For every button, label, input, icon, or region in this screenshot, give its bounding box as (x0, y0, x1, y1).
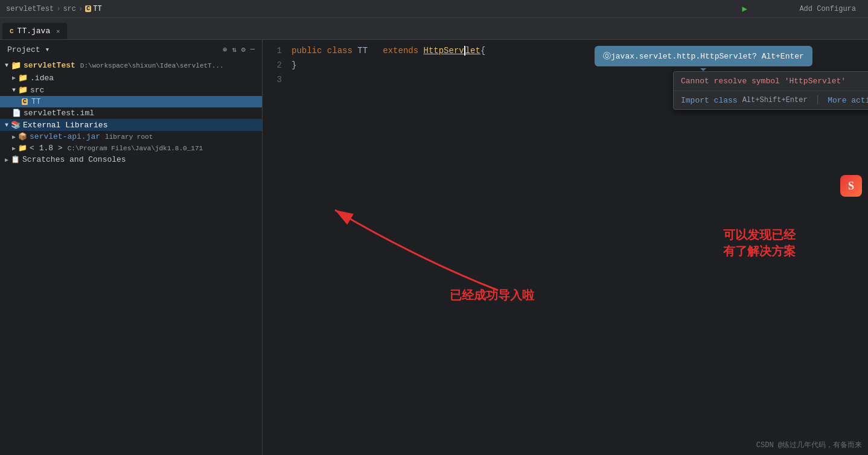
iml-icon: 📄 (12, 109, 21, 118)
tab-label: TT.java (18, 27, 51, 36)
import-class-shortcut: Alt+Shift+Enter (742, 96, 808, 104)
breadcrumb: servletTest › src › C TT (6, 5, 102, 13)
annotation-right-line2: 有了解决方案 (723, 243, 796, 259)
project-path: D:\workspace\shixun\Idea\servletT... (80, 62, 224, 69)
expand-arrow-jdk: ▶ (12, 145, 16, 152)
jar-secondary: library root (105, 133, 153, 141)
suggestion-error: Cannot resolve symbol 'HttpServlet' (674, 72, 868, 91)
crumb-file[interactable]: C TT (85, 5, 101, 13)
annotation-right-line1: 可以发现已经 (723, 227, 796, 243)
src-folder-icon: 📁 (18, 85, 28, 95)
folder-icon: 📁 (11, 60, 21, 71)
main-layout: Project ▾ ⊕ ⇅ ⚙ — ▼ 📁 servletTest D:\wor… (0, 40, 868, 455)
sidebar-item-external-libraries[interactable]: ▼ 📚 External Libraries (0, 119, 262, 131)
tooltip-text: ⓪javax.servlet.http.HttpServlet? Alt+Ent… (603, 52, 804, 61)
annotation-left-line1: 已经成功导入啦 (450, 288, 534, 302)
jdk-path: C:\Program Files\Java\jdk1.8.0_171 (68, 145, 203, 152)
suggestion-actions: Import class Alt+Shift+Enter | More acti… (674, 91, 868, 109)
separator-1: › (56, 5, 60, 13)
more-actions-link[interactable]: More actions... (828, 96, 868, 105)
iml-label: servletTest.iml (24, 109, 94, 118)
line-num-3: 3 (263, 72, 282, 87)
editor-area[interactable]: ⓪javax.servlet.http.HttpServlet? Alt+Ent… (263, 40, 868, 455)
watermark: CSDN @练过几年代码，有备而来 (756, 440, 862, 450)
class-name-tt: TT (357, 43, 368, 58)
sougou-icon: S (840, 175, 862, 197)
httpservlet-name: HttpServ (424, 43, 464, 58)
keyword-extends: extends (383, 43, 418, 58)
error-text: Cannot resolve symbol 'HttpServlet' (681, 77, 846, 86)
java-crumb-icon: C (85, 5, 91, 12)
sidebar-header: Project ▾ ⊕ ⇅ ⚙ — (0, 40, 262, 59)
src-label: src (30, 86, 44, 95)
sougou-letter: S (848, 180, 854, 192)
jar-icon: 📦 (18, 132, 27, 141)
action-separator: | (815, 95, 821, 106)
line-num-2: 2 (263, 58, 282, 72)
expand-arrow-idea: ▶ (12, 74, 16, 81)
sidebar-item-servlet-jar[interactable]: ▶ 📦 servlet-api.jar library root (0, 131, 262, 142)
tt-label: TT (31, 97, 41, 106)
expand-arrow: ▼ (5, 62, 8, 69)
expand-arrow-scratch: ▶ (5, 156, 8, 164)
add-config-label[interactable]: Add Configura (799, 5, 856, 13)
import-class-link[interactable]: Import class (681, 96, 738, 105)
ext-lib-icon: 📚 (11, 120, 21, 130)
top-bar: servletTest › src › C TT ▶ Add Configura (0, 0, 868, 18)
tab-bar: C TT.java ✕ (0, 18, 868, 40)
project-name: servletTest (24, 61, 75, 70)
expand-arrow-ext: ▼ (5, 122, 8, 129)
annotation-right-text: 可以发现已经 有了解决方案 (723, 227, 796, 259)
jar-label: servlet-api.jar (30, 132, 100, 141)
close-brace: } (292, 58, 296, 72)
open-brace: { (480, 43, 485, 58)
sidebar-item-jdk[interactable]: ▶ 📁 < 1.8 > C:\Program Files\Java\jdk1.8… (0, 142, 262, 154)
ext-lib-label: External Libraries (23, 121, 107, 130)
expand-arrow-src: ▼ (12, 87, 16, 94)
crumb-filename: TT (93, 5, 101, 13)
sidebar-item-servlettest[interactable]: ▼ 📁 servletTest D:\workspace\shixun\Idea… (0, 59, 262, 72)
idea-label: .idea (30, 74, 54, 83)
hide-icon[interactable]: — (251, 45, 255, 54)
scratch-label: Scratches and Consoles (22, 155, 126, 164)
keyword-public: public (292, 43, 322, 58)
settings-icon[interactable]: ⚙ (241, 45, 246, 54)
tooltip-bubble: ⓪javax.servlet.http.HttpServlet? Alt+Ent… (595, 46, 812, 66)
tt-java-icon: C (22, 98, 28, 105)
watermark-text: CSDN @练过几年代码，有备而来 (756, 441, 862, 450)
crumb-src[interactable]: src (63, 5, 76, 13)
suggestion-popup: Cannot resolve symbol 'HttpServlet' Impo… (673, 71, 868, 110)
separator-2: › (78, 5, 83, 13)
jdk-icon: 📁 (18, 144, 27, 153)
line-numbers: 1 2 3 (263, 43, 287, 87)
annotation-left-text: 已经成功导入啦 (450, 287, 534, 304)
tab-tt-java[interactable]: C TT.java ✕ (2, 23, 67, 39)
expand-arrow-jar: ▶ (12, 133, 16, 141)
collapse-icon[interactable]: ⇅ (232, 45, 236, 54)
sidebar-item-idea[interactable]: ▶ 📁 .idea (0, 72, 262, 84)
keyword-class: class (327, 43, 353, 58)
idea-folder-icon: 📁 (18, 73, 28, 83)
jdk-label: < 1.8 > (30, 144, 63, 153)
httpservlet-name-2: let (465, 43, 480, 58)
tab-java-icon: C (10, 28, 14, 35)
left-arrow-path (335, 210, 498, 290)
sidebar-title: Project ▾ (7, 45, 49, 54)
crumb-project[interactable]: servletTest (6, 5, 54, 13)
line-num-1: 1 (263, 43, 282, 58)
locate-icon[interactable]: ⊕ (223, 45, 227, 54)
sidebar: Project ▾ ⊕ ⇅ ⚙ — ▼ 📁 servletTest D:\wor… (0, 40, 263, 455)
sidebar-item-scratches[interactable]: ▶ 📋 Scratches and Consoles (0, 154, 262, 165)
sidebar-item-tt[interactable]: C TT (0, 96, 262, 107)
tab-close-icon[interactable]: ✕ (56, 28, 60, 35)
scratch-icon: 📋 (11, 155, 20, 164)
sidebar-item-iml[interactable]: 📄 servletTest.iml (0, 107, 262, 119)
sidebar-item-src[interactable]: ▼ 📁 src (0, 84, 262, 96)
sidebar-icons: ⊕ ⇅ ⚙ — (223, 45, 255, 54)
run-icon[interactable]: ▶ (742, 4, 747, 14)
